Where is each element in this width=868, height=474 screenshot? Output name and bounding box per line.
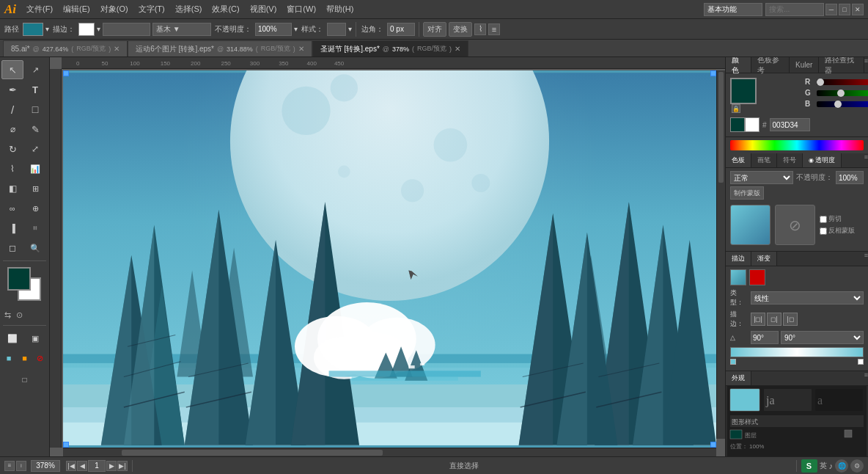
main-color-swatch[interactable] [730, 78, 757, 104]
stroke-btn-1[interactable]: |◻| [751, 313, 765, 326]
canvas-area[interactable]: 0 50 100 150 200 250 300 350 400 450 [50, 57, 725, 456]
stroke-btn-3[interactable]: |◻ [783, 313, 798, 326]
panel-tab-kuler[interactable]: Kuler [790, 57, 819, 73]
scrollbar-thumb-h[interactable] [122, 450, 383, 456]
shape-tool-btn[interactable]: □ [24, 100, 46, 119]
graph-tool-btn[interactable]: 📊 [24, 159, 46, 178]
pencil-tool-btn[interactable]: ✎ [24, 120, 46, 139]
hex-fg-swatch[interactable] [730, 117, 745, 132]
gradient-mode-btn[interactable]: ■ [17, 349, 32, 368]
s-taskbar-icon[interactable]: S [801, 459, 817, 473]
gradient-tool-btn[interactable]: ◧ [1, 179, 23, 198]
gradient-swatch-2[interactable] [749, 269, 765, 285]
doc-tab-2[interactable]: 圣诞节 [转换].eps* @ 378% ( RGB/预览 ) ✕ [312, 40, 468, 56]
close-button[interactable]: ✕ [852, 4, 864, 15]
doc-info-icon[interactable]: i [16, 461, 26, 471]
doc-tab-2-close[interactable]: ✕ [455, 45, 460, 53]
nav-first-btn[interactable]: |◀ [66, 461, 76, 471]
hex-input[interactable] [770, 118, 810, 131]
slice-tool-btn[interactable]: ⌗ [24, 219, 46, 238]
menu-effect[interactable]: 效果(C) [207, 2, 243, 16]
symbol-tool-btn[interactable]: ⊕ [24, 199, 46, 218]
invert-checkbox[interactable] [820, 227, 827, 235]
effect-preview-2[interactable]: ⊘ [775, 205, 815, 245]
paintbrush-tool-btn[interactable]: ⌀ [1, 120, 23, 139]
type-tool-btn[interactable]: T [24, 80, 46, 99]
border-input[interactable] [387, 23, 415, 36]
stroke-panel-collapse[interactable]: ≡ [864, 252, 868, 266]
menu-type[interactable]: 文字(T) [134, 2, 169, 16]
blend-mode-select[interactable]: 正常 [730, 171, 793, 184]
select-tool-btn[interactable]: ↖ [1, 60, 23, 79]
gradient-type-select[interactable]: 线性 [751, 291, 864, 305]
stroke-color-white[interactable] [78, 23, 95, 36]
doc-tab-0-close[interactable]: ✕ [114, 45, 119, 53]
gradient-swatch-1[interactable] [730, 269, 746, 285]
none-mode-btn[interactable]: ⊘ [33, 349, 48, 368]
transform-button[interactable]: 变换 [449, 22, 472, 37]
options-icon[interactable]: ≡ [488, 23, 500, 35]
panel-tab-color[interactable]: 颜色 [726, 57, 751, 73]
angle-input[interactable]: 90° [751, 331, 779, 344]
nav-prev-btn[interactable]: ◀ [77, 461, 87, 471]
doc-tab-1[interactable]: 运动6个图片 [转换].eps* @ 314.88% ( RGB/预览 ) ✕ [128, 40, 312, 56]
g-slider[interactable] [817, 90, 868, 96]
doc-status-icon[interactable]: ≡ [4, 461, 15, 471]
minimize-button[interactable]: ─ [825, 4, 837, 15]
menu-view[interactable]: 视图(V) [246, 2, 282, 16]
invert-checkbox-label[interactable]: 反相蒙版 [820, 226, 855, 236]
sec-tab-symbol[interactable]: 符号 [777, 153, 803, 167]
mesh-tool-btn[interactable]: ⊞ [24, 179, 46, 198]
artboard-input[interactable] [88, 460, 106, 472]
menu-select[interactable]: 选择(S) [171, 2, 207, 16]
appearance-tab[interactable]: 外观 [726, 371, 751, 385]
color-mode-btn[interactable]: ■ [1, 349, 16, 368]
secondary-panel-collapse[interactable]: ≡ [864, 153, 868, 167]
view-mode-btn[interactable]: ▣ [24, 329, 46, 348]
settings-icon[interactable]: ⚙ [850, 459, 864, 473]
align-button[interactable]: 对齐 [423, 22, 446, 37]
style-swatch[interactable] [327, 23, 346, 36]
menu-object[interactable]: 对象(O) [96, 2, 133, 16]
sec-tab-brushes[interactable]: 画笔 [751, 153, 777, 167]
clip-checkbox[interactable] [820, 216, 827, 223]
effect-preview-1[interactable] [730, 205, 770, 245]
gradient-stop-1[interactable] [730, 359, 736, 365]
hex-bg-swatch[interactable] [745, 117, 760, 132]
panel-tab-swatches-ref[interactable]: 色板参考 [751, 57, 790, 73]
corner-handle-bl[interactable] [63, 442, 69, 448]
zoom-input[interactable]: 378% [31, 460, 60, 472]
stroke-line-selector[interactable]: 基木 ▼ [152, 23, 211, 36]
line-tool-btn[interactable]: / [1, 100, 23, 119]
eraser-tool-btn[interactable]: ◻ [1, 238, 23, 258]
canvas-wrapper[interactable] [63, 70, 716, 448]
panel-tab-pathfinder[interactable]: 路径查找器 [819, 57, 864, 73]
workspace-input[interactable] [704, 3, 762, 16]
warp-tool-btn[interactable]: ⌇ [1, 159, 23, 178]
direct-select-tool-btn[interactable]: ↗ [24, 60, 46, 79]
r-slider[interactable] [817, 79, 868, 85]
color-panel-collapse[interactable]: ≡ [864, 57, 868, 73]
menu-edit[interactable]: 编辑(E) [59, 2, 95, 16]
corner-handle-br[interactable] [710, 442, 716, 448]
horizontal-scrollbar[interactable] [63, 448, 716, 456]
appearance-collapse[interactable]: ≡ [864, 371, 868, 385]
nav-next-btn[interactable]: ▶ [106, 461, 117, 471]
blend-tool-btn[interactable]: ∞ [1, 199, 23, 218]
music-icon[interactable]: ♪ [829, 462, 834, 470]
maximize-button[interactable]: □ [839, 4, 850, 15]
stroke-weight-input[interactable] [103, 23, 150, 36]
opacity-input[interactable] [255, 23, 292, 36]
screen-mode-btn[interactable]: □ [4, 370, 45, 389]
make-mask-btn[interactable]: 制作蒙版 [730, 186, 764, 200]
sec-tab-transparency[interactable]: ◉ 透明度 [803, 153, 842, 167]
zoom-tool-btn[interactable]: 🔍 [24, 238, 46, 258]
scrollbar-thumb-v[interactable] [718, 72, 724, 183]
default-colors-icon[interactable]: ⊙ [16, 310, 26, 321]
nav-last-btn[interactable]: ▶| [117, 461, 128, 471]
transform-tab[interactable]: 渐变 [751, 252, 777, 266]
stroke-btn-2[interactable]: ◻| [767, 313, 781, 326]
network-icon[interactable]: 🌐 [835, 459, 848, 473]
menu-window[interactable]: 窗口(W) [282, 2, 320, 16]
gradient-preview-bar[interactable] [730, 347, 864, 357]
